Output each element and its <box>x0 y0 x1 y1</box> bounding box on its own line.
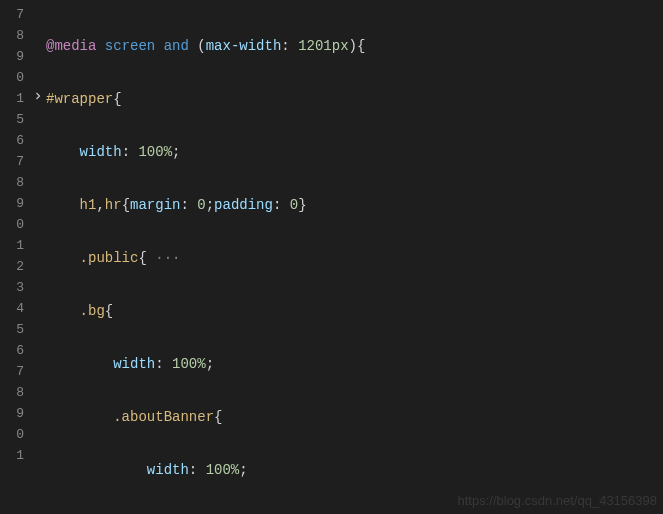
line-number-gutter: 7 8 9 0 1 5 6 7 8 9 0 1 2 3 4 5 6 7 8 9 … <box>0 0 30 514</box>
code-line: .bg{ <box>46 301 663 322</box>
line-number: 2 <box>0 256 24 277</box>
line-number: 8 <box>0 172 24 193</box>
line-number: 6 <box>0 340 24 361</box>
line-number: 1 <box>0 88 24 109</box>
line-number: 9 <box>0 46 24 67</box>
line-number: 4 <box>0 298 24 319</box>
fold-gutter <box>30 0 46 514</box>
line-number: 1 <box>0 235 24 256</box>
line-number: 9 <box>0 403 24 424</box>
line-number: 0 <box>0 424 24 445</box>
fold-toggle[interactable] <box>30 88 46 109</box>
code-line: #wrapper{ <box>46 89 663 110</box>
line-number: 8 <box>0 382 24 403</box>
line-number: 0 <box>0 214 24 235</box>
code-line: .aboutBanner{ <box>46 407 663 428</box>
line-number: 5 <box>0 109 24 130</box>
line-number: 0 <box>0 67 24 88</box>
code-area[interactable]: @media screen and (max-width: 1201px){ #… <box>46 0 663 514</box>
code-line: @media screen and (max-width: 1201px){ <box>46 36 663 57</box>
line-number: 9 <box>0 193 24 214</box>
line-number: 6 <box>0 130 24 151</box>
line-number: 8 <box>0 25 24 46</box>
line-number: 7 <box>0 4 24 25</box>
line-number: 1 <box>0 445 24 466</box>
line-number: 5 <box>0 319 24 340</box>
line-number: 7 <box>0 361 24 382</box>
line-number: 7 <box>0 151 24 172</box>
code-line: width: 100%; <box>46 460 663 481</box>
chevron-right-icon <box>32 88 44 109</box>
folded-ellipsis[interactable]: ··· <box>147 250 189 266</box>
code-line: h1,hr{margin: 0;padding: 0} <box>46 195 663 216</box>
line-number: 3 <box>0 277 24 298</box>
code-editor[interactable]: 7 8 9 0 1 5 6 7 8 9 0 1 2 3 4 5 6 7 8 9 … <box>0 0 663 514</box>
code-line: width: 100%; <box>46 142 663 163</box>
code-line: .public{ ··· <box>46 248 663 269</box>
code-line: width: 100%; <box>46 354 663 375</box>
